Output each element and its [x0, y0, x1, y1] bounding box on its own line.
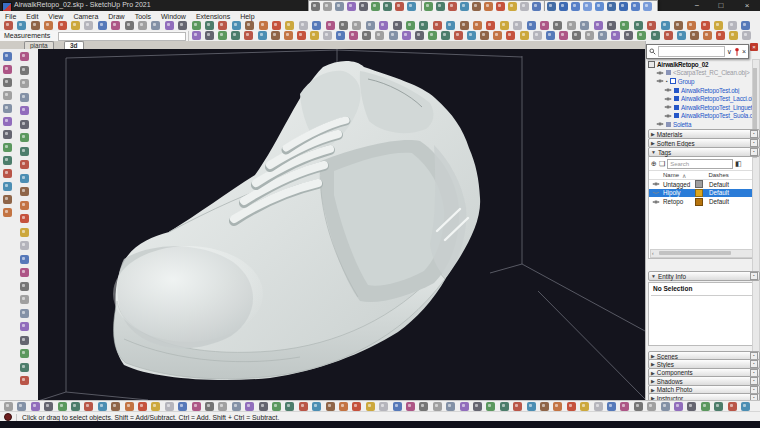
wireframe-mode-icon[interactable]: [258, 31, 267, 40]
toolbar-icon[interactable]: [20, 363, 29, 372]
toolbar-icon[interactable]: [729, 31, 738, 40]
tags-col-dashes[interactable]: Dashes: [708, 172, 728, 178]
menu-window[interactable]: Window: [156, 13, 191, 20]
toolbar-icon[interactable]: [20, 295, 29, 304]
toolbar-icon[interactable]: [647, 402, 656, 411]
toolbar-icon[interactable]: [20, 282, 29, 291]
toolbar-icon[interactable]: [326, 402, 335, 411]
toolbar-icon[interactable]: [493, 31, 502, 40]
toolbar-icon[interactable]: [624, 31, 633, 40]
section-plane-icon[interactable]: [424, 2, 433, 11]
toolbar-icon[interactable]: [467, 31, 476, 40]
toolbar-icon[interactable]: [484, 2, 493, 11]
menu-file[interactable]: File: [0, 13, 21, 20]
toolbar-icon[interactable]: [714, 21, 723, 30]
tag-dashes[interactable]: Default: [709, 181, 729, 188]
toolbar-icon[interactable]: [20, 376, 29, 385]
toolbar-icon[interactable]: [580, 21, 589, 30]
toolbar-icon[interactable]: [20, 255, 29, 264]
view-left-icon[interactable]: [607, 2, 616, 11]
toolbar-icon[interactable]: [20, 228, 29, 237]
section-cut-icon[interactable]: [448, 2, 457, 11]
toolbar-icon[interactable]: [500, 21, 509, 30]
protractor-icon[interactable]: [218, 21, 227, 30]
paint-bucket-icon[interactable]: [31, 21, 40, 30]
select-tool-icon[interactable]: [4, 21, 13, 30]
section-display-icon[interactable]: [436, 2, 445, 11]
hidden-line-icon[interactable]: [271, 31, 280, 40]
toolbar-icon[interactable]: [339, 402, 348, 411]
outliner-filter-input[interactable]: [658, 46, 725, 57]
dimension-tool-icon[interactable]: [259, 21, 268, 30]
textured-mode-icon[interactable]: [297, 31, 306, 40]
solid-union-icon[interactable]: [98, 402, 107, 411]
toolbar-icon[interactable]: [362, 31, 371, 40]
vertex-tool-icon[interactable]: [20, 52, 29, 61]
toolbar-icon[interactable]: [326, 21, 335, 30]
subdivide-icon[interactable]: [20, 120, 29, 129]
eye-icon[interactable]: [656, 121, 664, 127]
toolbar-icon[interactable]: [553, 402, 562, 411]
toolbar-icon[interactable]: [553, 21, 562, 30]
toolbar-icon[interactable]: [245, 402, 254, 411]
toolbar-icon[interactable]: [634, 21, 643, 30]
toolbar-icon[interactable]: [20, 201, 29, 210]
toolbar-icon[interactable]: [634, 402, 643, 411]
smooth-icon[interactable]: [3, 104, 12, 113]
toolbar-icon[interactable]: [661, 21, 670, 30]
add-tag-folder-icon[interactable]: ❏: [659, 159, 665, 169]
solid-subtract-icon[interactable]: [111, 402, 120, 411]
toolbar-icon[interactable]: [532, 2, 541, 11]
menu-help[interactable]: Help: [235, 13, 259, 20]
toolbar-icon[interactable]: [428, 31, 437, 40]
toolbar-icon[interactable]: [607, 402, 616, 411]
toolbar-icon[interactable]: [701, 402, 710, 411]
tag-row-untagged[interactable]: UntaggedDefault: [649, 180, 757, 189]
close-button[interactable]: ×: [738, 0, 756, 11]
toolbar-icon[interactable]: [500, 402, 509, 411]
toolbar-icon[interactable]: [433, 21, 442, 30]
toolbar-icon[interactable]: [620, 21, 629, 30]
menu-view[interactable]: View: [43, 13, 68, 20]
toolbar-icon[interactable]: [742, 31, 751, 40]
toolbar-icon[interactable]: [218, 402, 227, 411]
toolbar-icon[interactable]: [259, 402, 268, 411]
tags-col-name[interactable]: Name: [663, 172, 679, 178]
tape-measure-icon[interactable]: [205, 21, 214, 30]
toolbar-icon[interactable]: [611, 31, 620, 40]
toolbar-icon[interactable]: [299, 402, 308, 411]
tag-color-swatch[interactable]: [695, 189, 703, 197]
menu-extensions[interactable]: Extensions: [191, 13, 235, 20]
view-bottom-icon[interactable]: [619, 2, 628, 11]
eye-icon[interactable]: [656, 70, 664, 76]
tag-dashes[interactable]: Default: [709, 198, 729, 205]
eye-icon[interactable]: [656, 78, 664, 84]
chevron-down-icon[interactable]: ∨: [727, 47, 732, 57]
toolbar-icon[interactable]: [513, 402, 522, 411]
panel-detach-icon[interactable]: ▪: [750, 272, 758, 280]
monochrome-mode-icon[interactable]: [310, 31, 319, 40]
panel-detach-icon[interactable]: ▪: [750, 377, 758, 385]
eraser-tool-icon[interactable]: [17, 21, 26, 30]
toolbar-icon[interactable]: [379, 402, 388, 411]
toolbar-icon[interactable]: [714, 402, 723, 411]
toolbar-icon[interactable]: [620, 402, 629, 411]
toolbar-icon[interactable]: [3, 208, 12, 217]
walk-icon[interactable]: [359, 2, 368, 11]
toolbar-icon[interactable]: [419, 402, 428, 411]
toolbar-icon[interactable]: [375, 31, 384, 40]
style-edit-icon[interactable]: [205, 31, 214, 40]
tag-name[interactable]: Hipoly: [663, 189, 695, 196]
toolbar-icon[interactable]: [20, 349, 29, 358]
toolbar-icon[interactable]: [728, 402, 737, 411]
minimize-button[interactable]: −: [688, 0, 706, 11]
toolbar-icon[interactable]: [580, 402, 589, 411]
toolbar-icon[interactable]: [366, 21, 375, 30]
outliner-item[interactable]: AirwalkRetopoTest_Linguetta.obj: [648, 103, 760, 112]
zoom-photo-icon[interactable]: [631, 2, 640, 11]
toolbar-icon[interactable]: [647, 21, 656, 30]
toolbar-icon[interactable]: [559, 31, 568, 40]
toolbar-icon[interactable]: [312, 21, 321, 30]
close-icon[interactable]: ×: [742, 47, 746, 57]
rectangle-tool-icon[interactable]: [84, 21, 93, 30]
